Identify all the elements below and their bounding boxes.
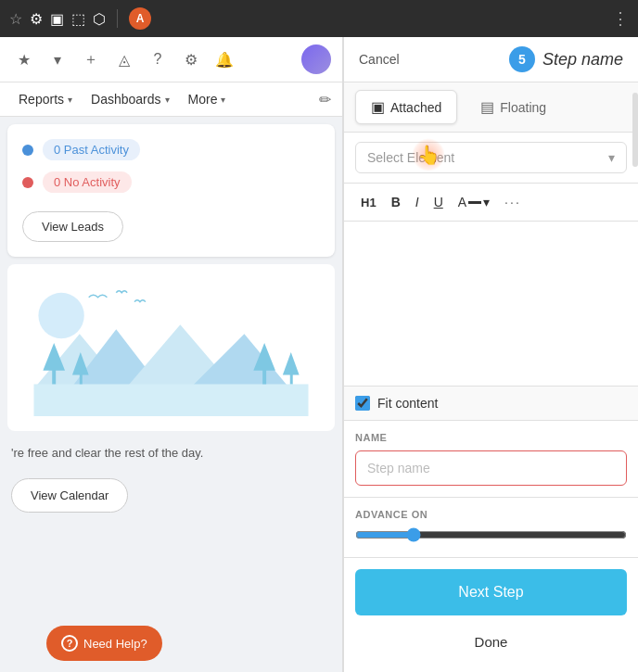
h1-button[interactable]: H1	[355, 192, 382, 213]
fit-content-checkbox[interactable]	[355, 396, 370, 411]
italic-button[interactable]: I	[410, 191, 425, 213]
reports-nav[interactable]: Reports ▾	[11, 88, 80, 110]
past-activity-badge: 0 Past Activity	[43, 139, 140, 160]
dropdown-arrow-icon: ▾	[608, 150, 615, 165]
star-tool-icon[interactable]: ★	[11, 46, 37, 72]
dashboards-label: Dashboards	[91, 92, 161, 107]
panel-tabs: ▣ Attached ▤ Floating	[344, 82, 638, 133]
dropdown-tool-icon[interactable]: ▾	[45, 46, 70, 72]
main-layout: ★ ▾ ＋ ◬ ? ⚙ 🔔 Reports ▾ Dashboards ▾ Mor…	[0, 37, 638, 672]
select-element-dropdown[interactable]: Select Element ▾ 👆	[355, 142, 627, 173]
no-activity-badge: 0 No Activity	[43, 171, 132, 193]
svg-point-0	[38, 293, 83, 338]
dashboards-nav[interactable]: Dashboards ▾	[83, 88, 177, 110]
settings-tool-icon[interactable]: ⚙	[178, 46, 204, 72]
browser-avatar: A	[129, 7, 151, 30]
red-dot	[22, 177, 33, 188]
more-label: More	[188, 92, 218, 107]
advance-slider[interactable]	[355, 527, 627, 542]
select-placeholder: Select Element	[367, 150, 454, 165]
next-step-button[interactable]: Next Step	[355, 569, 627, 615]
past-activity-item: 0 Past Activity	[22, 139, 320, 160]
bell-icon[interactable]: 🔔	[211, 46, 237, 72]
color-chevron: ▾	[483, 195, 490, 209]
name-section: NAME	[344, 421, 638, 498]
view-calendar-button[interactable]: View Calendar	[11, 478, 128, 513]
no-activity-item: 0 No Activity	[22, 171, 320, 193]
panel-scrollbar[interactable]	[632, 74, 638, 672]
star-icon[interactable]: ☆	[9, 10, 22, 28]
color-indicator	[468, 201, 481, 204]
add-icon[interactable]: ＋	[78, 46, 104, 72]
reports-chevron: ▾	[68, 95, 72, 105]
browser-menu-icon[interactable]: ⋮	[612, 8, 629, 29]
name-section-label: NAME	[355, 432, 627, 443]
waypoint-icon[interactable]: ◬	[111, 46, 137, 72]
done-button[interactable]: Done	[355, 623, 627, 661]
need-help-button[interactable]: ? Need Help?	[46, 626, 162, 661]
color-letter: A	[458, 195, 466, 209]
fit-content-label: Fit content	[377, 396, 438, 411]
bottom-text: 're free and clear the rest of the day.	[0, 438, 342, 471]
cancel-button[interactable]: Cancel	[359, 52, 400, 67]
more-tools-button[interactable]: ···	[499, 191, 527, 213]
select-element-row: Select Element ▾ 👆	[344, 133, 638, 184]
landscape-svg	[22, 279, 320, 416]
edit-icon[interactable]: ✏	[319, 91, 331, 108]
fit-content-row: Fit content	[344, 387, 638, 421]
divider	[117, 9, 118, 28]
browser-chrome: ☆ ⚙ ▣ ⬚ ⬡ A ⋮	[0, 0, 638, 37]
blue-dot	[22, 145, 33, 156]
svg-marker-13	[283, 352, 300, 375]
panel-header: Cancel 5 Step name	[344, 37, 638, 82]
floating-icon: ▤	[480, 98, 494, 116]
help-circle-icon: ?	[61, 635, 78, 652]
left-panel: ★ ▾ ＋ ◬ ? ⚙ 🔔 Reports ▾ Dashboards ▾ Mor…	[0, 37, 343, 672]
bold-button[interactable]: B	[386, 191, 406, 213]
color-button[interactable]: A ▾	[453, 191, 495, 213]
tab-floating[interactable]: ▤ Floating	[465, 90, 562, 124]
content-area: 0 Past Activity 0 No Activity View Leads	[0, 117, 342, 672]
more-chevron: ▾	[221, 95, 225, 105]
nav-bar: Reports ▾ Dashboards ▾ More ▾ ✏	[0, 82, 342, 117]
right-panel: Cancel 5 Step name ▣ Attached ▤ Floating…	[343, 37, 638, 672]
scroll-thumb	[632, 93, 638, 167]
floating-label: Floating	[500, 100, 546, 115]
view-leads-button[interactable]: View Leads	[22, 211, 123, 242]
settings-icon[interactable]: ⚙	[30, 10, 43, 28]
action-buttons: Next Step Done	[344, 558, 638, 672]
editor-area[interactable]	[344, 222, 638, 387]
user-avatar[interactable]	[301, 44, 331, 74]
underline-button[interactable]: U	[428, 191, 449, 213]
help-icon[interactable]: ?	[145, 46, 171, 72]
need-help-label: Need Help?	[83, 637, 147, 651]
tab-attached[interactable]: ▣ Attached	[355, 90, 457, 124]
attached-icon: ▣	[371, 98, 385, 116]
advance-section-label: ADVANCE ON	[355, 509, 627, 520]
svg-rect-5	[34, 384, 309, 416]
camera-icon[interactable]: ▣	[50, 10, 64, 28]
extension-icon[interactable]: ⬡	[93, 10, 106, 28]
advance-section: ADVANCE ON	[344, 498, 638, 558]
app-toolbar: ★ ▾ ＋ ◬ ? ⚙ 🔔	[0, 37, 342, 82]
stats-card: 0 Past Activity 0 No Activity View Leads	[7, 124, 335, 257]
text-toolbar: H1 B I U A ▾ ···	[344, 184, 638, 222]
reports-label: Reports	[19, 92, 64, 107]
dashboards-chevron: ▾	[165, 95, 170, 105]
attached-label: Attached	[390, 100, 441, 115]
screen-icon[interactable]: ⬚	[71, 10, 85, 28]
bottom-buttons: View Calendar	[0, 471, 342, 520]
step-badge: 5	[509, 46, 535, 72]
name-input[interactable]	[355, 450, 627, 486]
illustration-area	[7, 264, 335, 431]
step-name-text: Step name	[542, 50, 623, 70]
more-nav[interactable]: More ▾	[181, 88, 234, 110]
